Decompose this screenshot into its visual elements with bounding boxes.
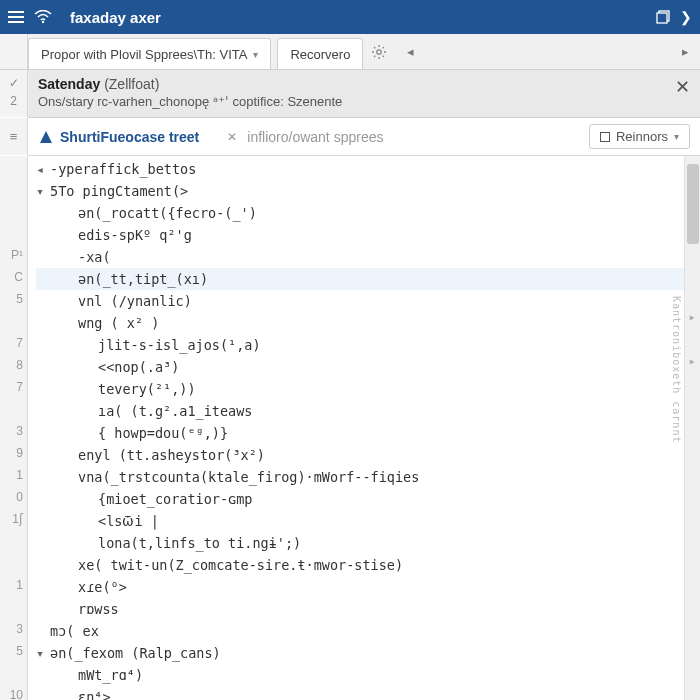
subtab-active[interactable]: ShurtiFueocase treet xyxy=(32,129,207,145)
gutter-line: 7 xyxy=(0,332,23,354)
code-line[interactable]: {mioet_coratior-ɢmp xyxy=(36,488,700,510)
code-line[interactable]: lona(t,linfs_to ti.ngɨ';) xyxy=(36,532,700,554)
svg-point-0 xyxy=(42,21,44,23)
gutter-line: 3 xyxy=(0,618,23,640)
code-text: xe( twit-un(Z_comcate-sire.ŧ·mwor-stise) xyxy=(78,554,403,576)
code-text: mWt_rɑ⁴) xyxy=(78,664,143,686)
gutter-line: 0 xyxy=(0,486,23,508)
code-line[interactable]: xɾe(ᴼ> xyxy=(36,576,700,598)
code-line[interactable]: ▾5To pingCtament(> xyxy=(36,180,700,202)
code-text: lona(t,linfs_to ti.ngɨ';) xyxy=(98,532,301,554)
status-paren: (Zellfoat) xyxy=(104,76,159,92)
gutter-line: 1ʃ xyxy=(0,508,23,530)
code-line[interactable]: ən(_tt,tipt_(xı) xyxy=(36,268,700,290)
gutter-number: 2 xyxy=(10,94,17,108)
tab-primary[interactable]: Propor with Plovil Spprees\Th: VITA ▾ xyxy=(28,38,271,69)
editor-body[interactable]: Kantroniboxeth carnnt ◂-yperaffick_betto… xyxy=(28,156,700,700)
side-label: Kantroniboxeth carnnt xyxy=(671,296,682,443)
nav-forward-icon[interactable]: ▸ xyxy=(670,34,700,69)
chevron-right-icon[interactable]: ❯ xyxy=(680,9,692,25)
tab-label: Propor with Plovil Spprees\Th: VITA xyxy=(41,47,247,62)
editor-gutter: P¹C578739101ʃ13510 xyxy=(0,156,28,700)
code-line[interactable]: { howp=dou(ᵉᵍ,)} xyxy=(36,422,700,444)
row-marker-icon[interactable]: ▸ xyxy=(684,310,700,324)
dropdown-label: Reinnors xyxy=(616,129,668,144)
app-title: faxaday axer xyxy=(70,9,161,26)
scrollbar-vertical[interactable] xyxy=(684,156,700,700)
code-line[interactable]: vna(_trstcounta(ktale_firog)·mWorf--fiqi… xyxy=(36,466,700,488)
subtab-label: inflioro/owant spprees xyxy=(247,129,383,145)
gutter-line: 5 xyxy=(0,640,23,662)
svg-line-10 xyxy=(374,55,375,56)
svg-line-8 xyxy=(374,47,375,48)
close-small-icon[interactable]: ✕ xyxy=(227,130,237,144)
gutter-line: 10 xyxy=(0,684,23,700)
svg-line-11 xyxy=(383,47,384,48)
code-text: enyl (tt.asheystor(³x²) xyxy=(78,444,265,466)
close-icon[interactable]: ✕ xyxy=(675,76,690,98)
code-line[interactable]: vnl (/ynanlic) xyxy=(36,290,700,312)
window-restore-icon[interactable] xyxy=(656,10,670,24)
status-subtitle: Ons/stary rc-varhen_chonopę ᵃ⁺ˈ coptific… xyxy=(38,94,690,109)
code-line[interactable]: ▾ən(_fexom (Ralp_cans) xyxy=(36,642,700,664)
code-text: ıa( (t.g².a1_iteaws xyxy=(98,400,252,422)
tabs-gutter xyxy=(0,34,28,69)
code-line[interactable]: mɔ( ex xyxy=(36,620,700,642)
gutter-line: 7 xyxy=(0,376,23,398)
fold-toggle-icon[interactable]: ◂ xyxy=(36,158,48,180)
chevron-down-icon[interactable]: ▾ xyxy=(253,49,258,60)
code-text: tevery(²¹,)) xyxy=(98,378,196,400)
fold-toggle-icon[interactable]: ▾ xyxy=(36,642,48,664)
logo-triangle-icon xyxy=(40,131,52,143)
nav-back-icon[interactable]: ◂ xyxy=(395,34,425,69)
code-line[interactable]: edis-spKº q²'g xyxy=(36,224,700,246)
status-title: Satenday xyxy=(38,76,100,92)
row-marker-icon[interactable]: ▸ xyxy=(684,354,700,368)
code-text: -yperaffick_bettos xyxy=(50,158,196,180)
menu-icon[interactable] xyxy=(8,11,24,23)
code-text: ən(_tt,tipt_(xı) xyxy=(78,268,208,290)
gutter-line xyxy=(0,178,23,200)
svg-rect-2 xyxy=(657,13,667,23)
code-line[interactable]: ɛn⁴> xyxy=(36,686,700,700)
code-text: <<nop(.a³) xyxy=(98,356,179,378)
code-line[interactable]: enyl (tt.asheystor(³x²) xyxy=(36,444,700,466)
fold-toggle-icon[interactable]: ▾ xyxy=(36,180,48,202)
code-line[interactable]: ən(_rocatt({fecro-(_') xyxy=(36,202,700,224)
reinnors-dropdown[interactable]: Reinnors ▾ xyxy=(589,124,690,149)
code-text: { howp=dou(ᵉᵍ,)} xyxy=(98,422,228,444)
gutter-line xyxy=(0,596,23,618)
list-icon[interactable]: ≡ xyxy=(10,129,18,144)
code-text: mɔ( ex xyxy=(50,620,99,642)
wifi-icon xyxy=(34,10,52,24)
tab-secondary[interactable]: Recorvero xyxy=(277,38,363,69)
code-line[interactable]: -xa( xyxy=(36,246,700,268)
code-text: wng ( x² ) xyxy=(78,312,159,334)
code-line[interactable]: jlit-s-isl_ajos(¹,a) xyxy=(36,334,700,356)
subtab-label: ShurtiFueocase treet xyxy=(60,129,199,145)
code-line[interactable]: wng ( x² ) xyxy=(36,312,700,334)
status-header: ✓ 2 Satenday (Zellfoat) Ons/stary rc-var… xyxy=(28,70,700,118)
gutter-line xyxy=(0,552,23,574)
code-line[interactable]: rɒwss xyxy=(36,598,700,620)
gutter-line: P¹ xyxy=(0,244,23,266)
gutter-line xyxy=(0,200,23,222)
gutter-line: 5 xyxy=(0,288,23,310)
scroll-thumb[interactable] xyxy=(687,164,699,244)
settings-gear-icon[interactable] xyxy=(363,34,395,69)
code-line[interactable]: tevery(²¹,)) xyxy=(36,378,700,400)
code-line[interactable]: <<nop(.a³) xyxy=(36,356,700,378)
code-line[interactable]: <lsѿi | xyxy=(36,510,700,532)
code-line[interactable]: ıa( (t.g².a1_iteaws xyxy=(36,400,700,422)
title-bar: faxaday axer ❯ xyxy=(0,0,700,34)
code-line[interactable]: xe( twit-un(Z_comcate-sire.ŧ·mwor-stise) xyxy=(36,554,700,576)
code-line[interactable]: mWt_rɑ⁴) xyxy=(36,664,700,686)
gutter-line xyxy=(0,156,23,178)
code-text: ɛn⁴> xyxy=(78,686,111,700)
subtab-inactive[interactable]: ✕ inflioro/owant spprees xyxy=(219,129,391,145)
gutter-line: 3 xyxy=(0,420,23,442)
gutter-line xyxy=(0,662,23,684)
gutter-line: 9 xyxy=(0,442,23,464)
code-line[interactable]: ◂-yperaffick_bettos xyxy=(36,158,700,180)
tabs-row: Propor with Plovil Spprees\Th: VITA ▾ Re… xyxy=(0,34,700,70)
